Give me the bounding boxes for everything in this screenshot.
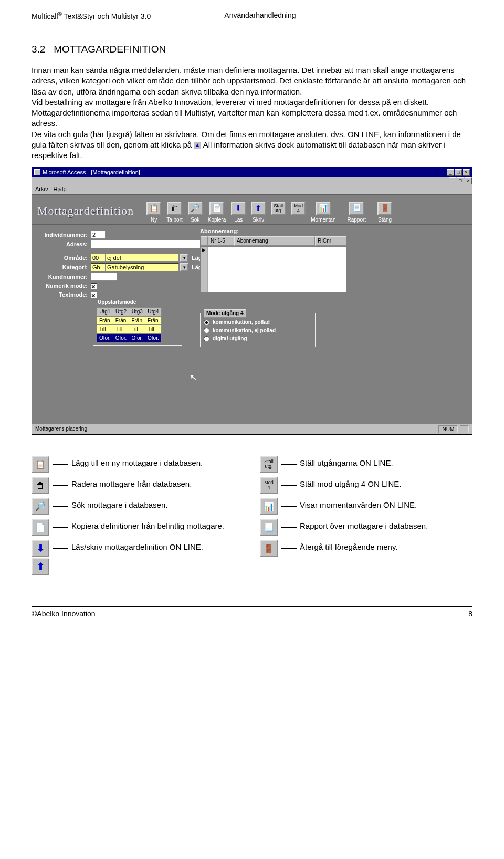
exit-icon: 🚪: [377, 202, 392, 215]
inner-maximize-button[interactable]: □: [457, 177, 464, 184]
page-header: Multicall® Text&Styr och Multistyr 3.0 A…: [32, 0, 472, 22]
toolbar-sok[interactable]: 🔎Sök: [188, 202, 203, 224]
legend-item: 📋 Lägg till en ny mottagare i databasen.: [32, 456, 244, 473]
report-icon: 📃: [349, 202, 364, 215]
exit-icon: 🚪: [260, 540, 278, 557]
kategori-dropdown-icon[interactable]: ▾: [180, 263, 188, 271]
mouse-cursor-icon: ↖: [188, 371, 198, 385]
search-icon: 🔎: [32, 498, 49, 515]
checkbox-numerik[interactable]: [91, 283, 97, 289]
omrade-dropdown-icon[interactable]: ▾: [180, 254, 188, 262]
chart-icon: 📊: [260, 498, 278, 515]
menu-hjalp[interactable]: Hjälp: [53, 185, 66, 193]
mod4-icon: Mod 4: [260, 477, 278, 494]
label-kundnummer: Kundnummer:: [38, 273, 91, 281]
write-up-icon: [194, 142, 201, 149]
legend-item: 📄 Kopiera definitioner från befintlig mo…: [32, 519, 244, 536]
legend-item: 🔎 Sök mottagare i databasen.: [32, 498, 244, 515]
label-individnummer: Individnummer:: [38, 231, 91, 239]
toolbar-stall[interactable]: Ställ utg.: [271, 202, 286, 224]
input-kategori-code[interactable]: [91, 263, 106, 271]
write-icon: ⬆: [32, 558, 49, 575]
minimize-button[interactable]: _: [447, 169, 454, 176]
row-selector-icon[interactable]: ▶: [201, 247, 208, 292]
legend-item: Ställ utg. Ställ utgångarna ON LINE.: [260, 456, 472, 473]
screenshot-mottagardefinition: Microsoft Access - [Mottagardefinition] …: [32, 167, 472, 435]
label-omrade: Område:: [38, 254, 91, 262]
label-kategori: Kategori:: [38, 264, 91, 271]
trash-icon: 🗑: [167, 202, 182, 215]
table-uppstart[interactable]: Utg1Utg2Utg3Utg4 FrånFrånFrånFrån TillTi…: [97, 307, 162, 342]
menubar: Arkiv Hjälp: [32, 184, 472, 194]
inner-close-button[interactable]: ×: [465, 177, 472, 184]
status-bar: Mottagarens placering NUM: [32, 424, 472, 435]
input-individnummer[interactable]: [91, 231, 106, 239]
checkbox-textmode[interactable]: [91, 292, 97, 298]
inner-minimize-button[interactable]: _: [449, 177, 456, 184]
toolbar-ny[interactable]: 📋Ny: [146, 202, 161, 224]
report-icon: 📃: [260, 519, 278, 536]
read-icon: ⬇: [32, 540, 49, 557]
group-uppstartsmode: Uppstartsmode Utg1Utg2Utg3Utg4 FrånFrånF…: [93, 303, 182, 346]
toolbar-momentan[interactable]: 📊Momentan: [311, 202, 335, 224]
input-adress[interactable]: [91, 240, 212, 248]
legend-item: 🗑 Radera mottagare från databasen.: [32, 477, 244, 494]
icon-legend: 📋 Lägg till en ny mottagare i databasen.…: [32, 456, 472, 575]
legend-item: Mod 4 Ställ mod utgång 4 ON LINE.: [260, 477, 472, 494]
header-rule: [32, 24, 472, 24]
toolbar-tabort[interactable]: 🗑Ta bort: [166, 202, 183, 224]
maximize-button[interactable]: □: [455, 169, 462, 176]
section-heading: 3.2 MOTTAGARDEFINITION: [32, 43, 472, 56]
copy-icon: 📄: [209, 202, 224, 215]
legend-item: ⬇ ⬆ Läs/skriv mottagardefinition ON LINE…: [32, 540, 244, 575]
close-button[interactable]: ×: [463, 169, 470, 176]
page-footer: ©Abelko Innovation 8: [32, 606, 472, 630]
radio-digital-utgang[interactable]: digital utgång: [204, 335, 312, 342]
input-kategori-name[interactable]: [106, 263, 179, 271]
legend-item: 📊 Visar momentanvärden ON LINE.: [260, 498, 472, 515]
chart-icon: 📊: [316, 202, 331, 215]
label-adress: Adress:: [38, 240, 91, 248]
trash-icon: 🗑: [32, 477, 49, 494]
toolbar-rapport[interactable]: 📃Rapport: [347, 202, 366, 224]
toolbar-stang[interactable]: 🚪Stäng: [377, 202, 392, 224]
toolbar: Mottagardefinition 📋Ny 🗑Ta bort 🔎Sök 📄Ko…: [32, 194, 472, 225]
body-paragraph: Innan man kan sända några meddelanden, m…: [32, 65, 472, 161]
input-omrade-code[interactable]: [91, 254, 106, 262]
abonnemang-panel: Abonnemang: Nr 1-5 Abonnemang RICnr ▶: [200, 227, 347, 292]
menu-arkiv[interactable]: Arkiv: [35, 185, 48, 193]
app-icon: [34, 169, 40, 175]
read-icon: ⬇: [231, 202, 246, 215]
label-numerik: Numerik mode:: [38, 282, 91, 290]
toolbar-las[interactable]: ⬇Läs: [231, 202, 246, 224]
legend-item: 📃 Rapport över mottagare i databasen.: [260, 519, 472, 536]
copy-icon: 📄: [32, 519, 49, 536]
toolbar-skriv[interactable]: ⬆Skriv: [251, 202, 266, 224]
write-icon: ⬆: [251, 202, 266, 215]
new-icon: 📋: [32, 456, 49, 473]
toolbar-kopiera[interactable]: 📄Kopiera: [208, 202, 226, 224]
stall-utg-icon: Ställ utg.: [260, 456, 278, 473]
form-title: Mottagardefinition: [37, 203, 134, 219]
titlebar: Microsoft Access - [Mottagardefinition] …: [32, 167, 472, 177]
new-icon: 📋: [146, 202, 161, 215]
input-kundnummer[interactable]: [91, 273, 117, 281]
toolbar-mod4[interactable]: Mod 4: [291, 202, 306, 224]
group-mode-utgang4: Mode utgång 4 kommunikation, pollad komm…: [200, 313, 316, 347]
radio-kommunikation-pollad[interactable]: kommunikation, pollad: [204, 319, 312, 326]
search-icon: 🔎: [188, 202, 203, 215]
label-textmode: Textmode:: [38, 291, 91, 299]
input-omrade-name[interactable]: [106, 254, 179, 262]
window-title-text: Microsoft Access - [Mottagardefinition]: [43, 169, 140, 176]
legend-item: 🚪 Återgå till föregående meny.: [260, 540, 472, 557]
radio-kommunikation-ej-pollad[interactable]: kommunikation, ej pollad: [204, 327, 312, 334]
abonnemang-grid[interactable]: ▶: [200, 246, 347, 292]
